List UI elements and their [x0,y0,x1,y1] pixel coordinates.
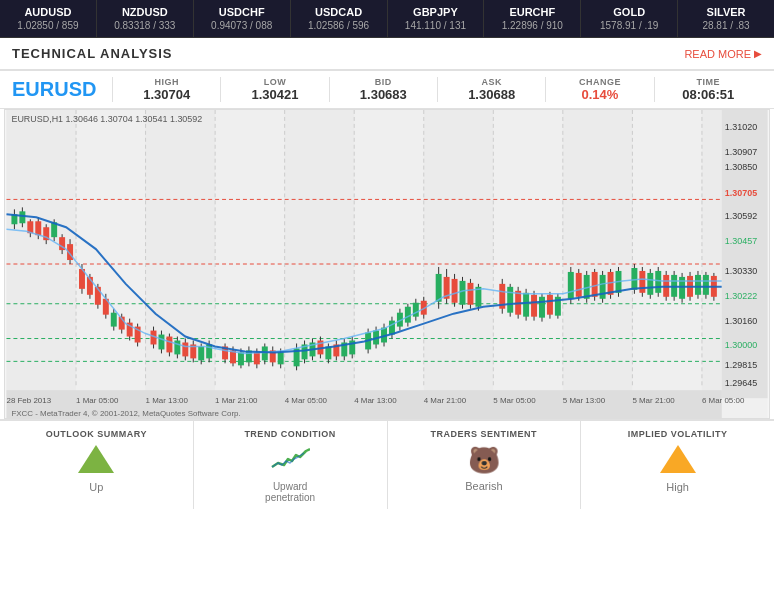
svg-rect-1 [6,110,76,398]
svg-rect-34 [35,221,41,235]
currency-item-usdchf[interactable]: USDCHF 0.94073 / 088 [194,0,291,37]
svg-rect-144 [531,295,537,317]
svg-rect-90 [278,352,284,364]
indicators-bar: OUTLOOK SUMMARY Up TREND CONDITION Upwar… [0,419,774,509]
currency-name: USDCHF [198,6,286,18]
svg-text:1.29815: 1.29815 [725,360,757,370]
svg-rect-170 [647,273,653,295]
svg-rect-52 [111,313,117,327]
high-value: 1.30704 [121,87,212,102]
svg-text:4 Mar 05:00: 4 Mar 05:00 [285,396,328,405]
svg-rect-148 [547,295,553,315]
outlook-label: OUTLOOK SUMMARY [4,429,189,439]
svg-rect-72 [198,346,204,360]
svg-rect-6 [354,110,424,398]
indicator-sentiment: TRADERS SENTIMENT 🐻 Bearish [388,421,582,509]
svg-rect-130 [460,281,466,305]
svg-rect-84 [254,352,260,364]
svg-rect-66 [174,341,180,355]
stat-change: CHANGE 0.14% [545,77,653,102]
svg-rect-3 [146,110,216,398]
time-label: TIME [663,77,754,87]
ta-header: TECHNICAL ANALYSIS READ MORE ▶ [0,38,774,71]
stat-ask: ASK 1.30688 [437,77,545,102]
svg-rect-2 [76,110,146,398]
currency-bar: AUDUSD 1.02850 / 859 NZDUSD 0.83318 / 33… [0,0,774,38]
svg-rect-146 [539,297,545,318]
currency-name: AUDUSD [4,6,92,18]
currency-item-usdcad[interactable]: USDCAD 1.02586 / 596 [291,0,388,37]
indicator-trend: TREND CONDITION Upward penetration [194,421,388,509]
arrow-up-green-icon [4,445,189,477]
bid-value: 1.30683 [338,87,429,102]
currency-value: 1.02586 / 596 [295,20,383,31]
svg-text:5 Mar 21:00: 5 Mar 21:00 [632,396,675,405]
svg-rect-152 [568,272,574,299]
chart-svg: 1.31020 1.30907 1.30850 1.30705 1.30592 … [5,110,769,418]
currency-name: NZDUSD [101,6,189,18]
svg-rect-132 [467,283,473,305]
currency-item-gold[interactable]: GOLD 1578.91 / .19 [581,0,678,37]
high-label: HIGH [121,77,212,87]
svg-text:1.30907: 1.30907 [725,147,757,157]
volatility-value: High [585,481,770,493]
low-value: 1.30421 [229,87,320,102]
currency-item-silver[interactable]: SILVER 28.81 / .83 [678,0,774,37]
currency-value: 0.83318 / 333 [101,20,189,31]
svg-text:1 Mar 05:00: 1 Mar 05:00 [76,396,119,405]
bid-label: BID [338,77,429,87]
read-more-link[interactable]: READ MORE ▶ [684,48,762,60]
svg-text:28 Feb 2013: 28 Feb 2013 [6,396,51,405]
trend-wave-icon [198,445,383,477]
svg-text:5 Mar 05:00: 5 Mar 05:00 [493,396,536,405]
svg-text:1.31020: 1.31020 [725,122,757,132]
svg-rect-124 [436,274,442,302]
indicator-outlook: OUTLOOK SUMMARY Up [0,421,194,509]
instrument-name: EURUSD [12,78,112,101]
svg-rect-172 [655,271,661,293]
svg-text:4 Mar 13:00: 4 Mar 13:00 [354,396,397,405]
svg-text:4 Mar 21:00: 4 Mar 21:00 [424,396,467,405]
currency-item-gbpjpy[interactable]: GBPJPY 141.110 / 131 [388,0,485,37]
currency-name: USDCAD [295,6,383,18]
currency-name: EURCHF [488,6,576,18]
svg-rect-8 [493,110,563,398]
svg-text:1.30592: 1.30592 [725,211,757,221]
svg-rect-128 [452,279,458,303]
svg-rect-184 [703,275,709,295]
currency-value: 0.94073 / 088 [198,20,286,31]
arrow-right-icon: ▶ [754,48,762,59]
svg-text:1.29645: 1.29645 [725,378,757,388]
svg-rect-120 [413,303,419,317]
currency-value: 1.02850 / 859 [4,20,92,31]
currency-item-audusd[interactable]: AUDUSD 1.02850 / 859 [0,0,97,37]
svg-text:5 Mar 13:00: 5 Mar 13:00 [563,396,606,405]
currency-name: GOLD [585,6,673,18]
svg-rect-68 [182,342,188,356]
currency-name: SILVER [682,6,770,18]
change-label: CHANGE [554,77,645,87]
currency-value: 28.81 / .83 [682,20,770,31]
currency-name: GBPJPY [392,6,480,18]
currency-item-eurchf[interactable]: EURCHF 1.22896 / 910 [484,0,581,37]
svg-rect-160 [600,275,606,299]
ta-title: TECHNICAL ANALYSIS [12,46,173,61]
svg-text:1 Mar 21:00: 1 Mar 21:00 [215,396,258,405]
svg-text:1.30222: 1.30222 [725,291,757,301]
svg-rect-154 [576,273,582,297]
svg-rect-142 [523,293,529,317]
time-value: 08:06:51 [663,87,754,102]
svg-rect-80 [238,352,244,365]
svg-text:1.30160: 1.30160 [725,316,757,326]
svg-rect-9 [563,110,633,398]
svg-text:FXCC - MetaTrader 4, © 2001-20: FXCC - MetaTrader 4, © 2001-2012, MetaQu… [11,409,240,418]
svg-text:1.30850: 1.30850 [725,162,757,172]
indicator-volatility: IMPLIED VOLATILITY High [581,421,774,509]
currency-item-nzdusd[interactable]: NZDUSD 0.83318 / 333 [97,0,194,37]
volatility-label: IMPLIED VOLATILITY [585,429,770,439]
sentiment-value: Bearish [392,480,577,492]
read-more-text: READ MORE [684,48,751,60]
trend-label: TREND CONDITION [198,429,383,439]
svg-text:1 Mar 13:00: 1 Mar 13:00 [146,396,189,405]
low-label: LOW [229,77,320,87]
